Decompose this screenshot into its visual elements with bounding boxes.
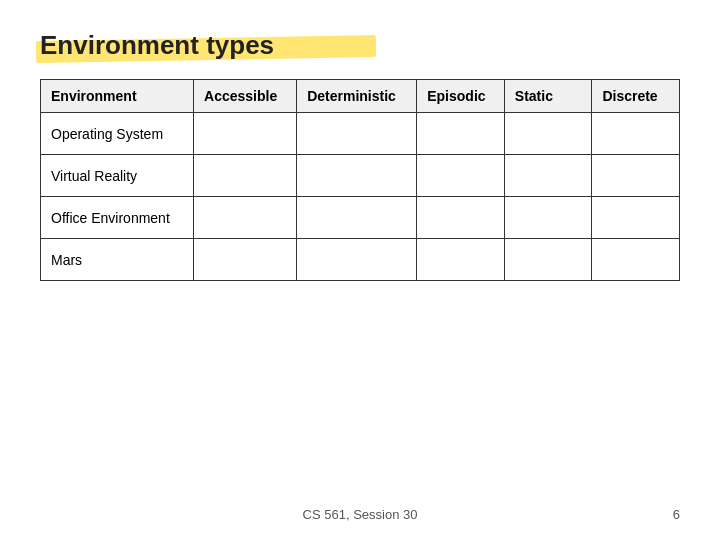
- table-cell-r3-c1: [194, 239, 297, 281]
- table-row: Office Environment: [41, 197, 680, 239]
- col-header-discrete: Discrete: [592, 80, 680, 113]
- slide-footer: CS 561, Session 30 6: [0, 507, 720, 522]
- table-cell-r3-c2: [297, 239, 417, 281]
- table-cell-r0-c1: [194, 113, 297, 155]
- page-title: Environment types: [40, 30, 274, 60]
- col-header-episodic: Episodic: [417, 80, 505, 113]
- table-cell-r0-c0: Operating System: [41, 113, 194, 155]
- table-cell-r2-c5: [592, 197, 680, 239]
- table-cell-r2-c2: [297, 197, 417, 239]
- col-header-deterministic: Deterministic: [297, 80, 417, 113]
- table-cell-r2-c1: [194, 197, 297, 239]
- table-cell-r1-c1: [194, 155, 297, 197]
- table-cell-r1-c4: [504, 155, 592, 197]
- table-cell-r2-c3: [417, 197, 505, 239]
- slide-container: Environment types Environment Accessible…: [0, 0, 720, 540]
- table-cell-r3-c5: [592, 239, 680, 281]
- table-cell-r1-c3: [417, 155, 505, 197]
- environment-table: Environment Accessible Deterministic Epi…: [40, 79, 680, 281]
- table-cell-r3-c3: [417, 239, 505, 281]
- table-cell-r1-c0: Virtual Reality: [41, 155, 194, 197]
- footer-page: 6: [673, 507, 680, 522]
- table-row: Mars: [41, 239, 680, 281]
- footer-session: CS 561, Session 30: [303, 507, 418, 522]
- table-header-row: Environment Accessible Deterministic Epi…: [41, 80, 680, 113]
- table-row: Operating System: [41, 113, 680, 155]
- table-cell-r2-c4: [504, 197, 592, 239]
- table-cell-r0-c4: [504, 113, 592, 155]
- table-cell-r1-c2: [297, 155, 417, 197]
- table-cell-r2-c0: Office Environment: [41, 197, 194, 239]
- table-cell-r0-c3: [417, 113, 505, 155]
- title-area: Environment types: [40, 30, 680, 61]
- table-cell-r3-c0: Mars: [41, 239, 194, 281]
- table-cell-r0-c5: [592, 113, 680, 155]
- col-header-environment: Environment: [41, 80, 194, 113]
- col-header-static: Static: [504, 80, 592, 113]
- table-cell-r1-c5: [592, 155, 680, 197]
- table-cell-r3-c4: [504, 239, 592, 281]
- col-header-accessible: Accessible: [194, 80, 297, 113]
- table-cell-r0-c2: [297, 113, 417, 155]
- table-row: Virtual Reality: [41, 155, 680, 197]
